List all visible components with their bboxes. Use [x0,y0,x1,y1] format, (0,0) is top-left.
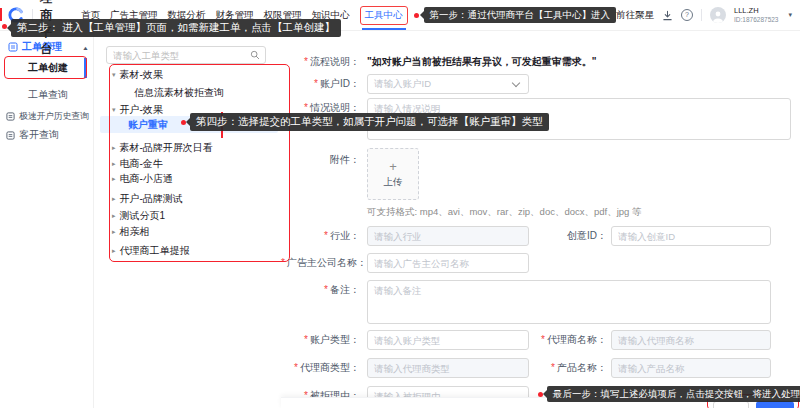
step1-annotation-dot [414,13,419,18]
remark-label: 备注： [281,280,360,300]
goto-juxing-link[interactable]: 前往聚星 [616,9,654,22]
sidebar-item-label: 客开查询 [19,128,59,142]
agent-type-label: 代理商类型： [281,358,360,378]
upload-button[interactable]: + 上传 [367,148,419,200]
creative-id-input[interactable] [611,226,771,246]
tool-center-annotation-box: 工具中心 [360,6,408,25]
sidebar: 工单管理 ▲ 工单创建 工单查询 极速开户历史查询 客开查询 [0,30,94,408]
account-id-select[interactable]: 请输入账户ID [367,74,529,94]
user-meta: LLL.ZH ID:1876287523 [734,7,778,23]
product-name-label: 产品名称： [521,358,607,378]
process-desc-label: 流程说明： [281,52,360,72]
chevron-down-icon [512,78,520,86]
customer-icon [6,131,15,140]
ticket-type-search-input[interactable] [107,50,250,61]
ticket-type-search [106,46,266,64]
account-id-placeholder: 请输入账户ID [368,78,513,91]
ticket-folder-icon [8,42,18,52]
industry-input[interactable] [367,226,529,246]
sidebar-item-label: 极速开户历史查询 [19,110,89,123]
annotation-edge-line [0,8,2,21]
user-name: LLL.ZH [734,7,778,16]
step4-tooltip: 第四步：选择提交的工单类型，如属于开户问题，可选择【账户重审】类型 [190,113,549,131]
account-id-label: 账户ID： [281,74,360,94]
sidebar-item-customer-query[interactable]: 客开查询 [6,128,59,142]
agent-name-label: 代理商名称： [521,330,607,350]
ticket-type-annotation-box [109,64,290,262]
agent-name-input[interactable] [611,330,771,350]
agent-type-input[interactable] [367,358,529,378]
attachment-format-hint: 可支持格式: mp4、avi、mov、rar、zip、doc、docx、pdf、… [367,206,642,219]
step1-tooltip: 第一步：通过代理商平台【工具中心】进入 [424,7,617,23]
account-type-input[interactable] [367,330,529,350]
account-type-label: 账户类型： [281,330,360,350]
process-desc-value: "如对账户当前被拒结果有异议，可发起重审需求。" [367,52,596,72]
advertiser-company-input[interactable] [367,253,529,273]
step2-tooltip: 第二步： 进入【工单管理】页面，如需新建工单，点击【工单创建】 [11,19,341,37]
user-id: ID:1876287523 [734,16,778,23]
plus-icon: + [389,160,397,173]
attachment-label: 附件： [281,150,360,170]
sidebar-item-fast-account-history[interactable]: 极速开户历史查询 [6,110,89,123]
remark-textarea[interactable] [367,280,771,324]
chevron-up-icon: ▲ [82,44,89,50]
agent-platform-page: 代理商平台 首页 广告主管理 数据分析 财务管理 权限管理 知识中心 工具中心 … [0,0,800,408]
ticket-create-annotation-box [4,56,87,79]
creative-id-label: 创意ID： [521,226,607,246]
avatar[interactable] [710,7,726,23]
ticket-form: 流程说明： "如对账户当前被拒结果有异议，可发起重审需求。" 账户ID： 请输入… [281,30,800,408]
header-divider [701,9,702,21]
search-icon [250,50,260,60]
history-icon [6,112,15,121]
sidebar-item-ticket-query[interactable]: 工单查询 [28,88,68,102]
last-step-tooltip: 最后一步：填写上述必填项后，点击提交按钮，将进入处理 [547,386,800,402]
product-name-input[interactable] [611,358,771,378]
user-menu-caret-icon[interactable]: ▾ [788,11,792,19]
advertiser-company-label: 广告主公司名称： [281,253,360,273]
industry-label: 行业： [281,226,360,246]
header-right: 前往聚星 LLL.ZH ID:1876287523 ▾ [616,7,800,23]
nav-item-tool-center[interactable]: 工具中心 [360,0,408,30]
upload-text: 上传 [384,176,403,189]
download-icon[interactable] [662,10,673,21]
help-icon[interactable] [681,9,693,21]
